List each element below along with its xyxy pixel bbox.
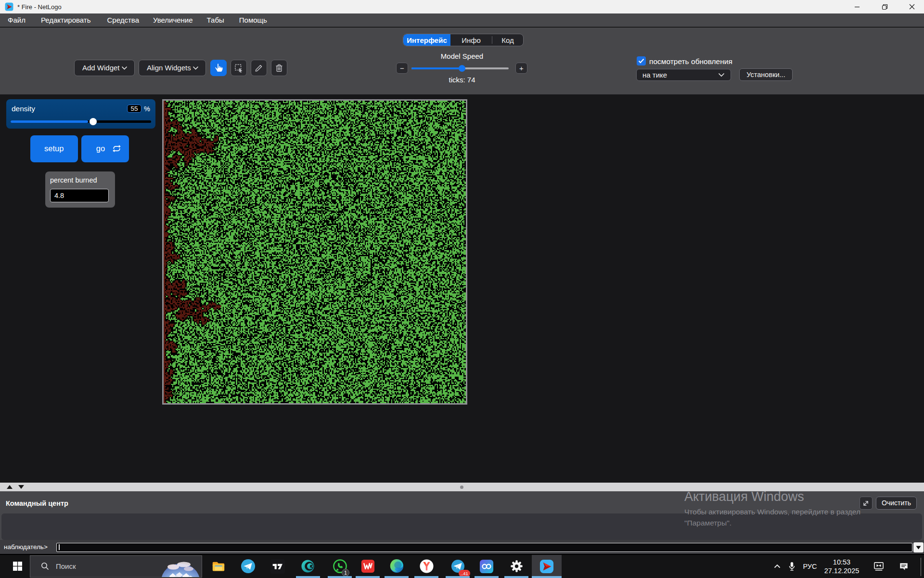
- align-widgets-dropdown[interactable]: Align Widgets: [139, 60, 206, 76]
- hand-pointer-icon: [214, 63, 223, 72]
- tray-language-indicator[interactable]: РУС: [800, 555, 820, 578]
- density-label: density: [12, 105, 35, 113]
- tray-microphone-button[interactable]: [784, 555, 799, 578]
- start-button[interactable]: [6, 555, 29, 578]
- dropdown-arrow-icon: [916, 546, 921, 550]
- notification-icon: [899, 562, 909, 571]
- search-icon: [41, 562, 49, 570]
- edit-tool-button[interactable]: [251, 60, 267, 76]
- command-input[interactable]: [56, 543, 912, 552]
- running-indicator: [328, 576, 352, 578]
- model-speed-label: Model Speed: [411, 52, 513, 60]
- taskbar-yandex-icon[interactable]: [415, 555, 438, 578]
- tray-cast-button[interactable]: [869, 555, 888, 578]
- taskbar-edge-icon[interactable]: [385, 555, 408, 578]
- taskbar-link-app-icon[interactable]: [475, 555, 498, 578]
- taskbar-telegram2-icon[interactable]: ..41: [446, 555, 469, 578]
- speed-slider-thumb[interactable]: [459, 65, 465, 72]
- density-slider-track[interactable]: [11, 120, 151, 123]
- netlogo-logo-icon: [5, 2, 13, 11]
- world-view[interactable]: [162, 99, 467, 405]
- taskbar-wps-icon[interactable]: [356, 555, 379, 578]
- windows-logo-icon: [13, 562, 22, 571]
- search-placeholder: Поиск: [56, 562, 159, 570]
- menu-help[interactable]: Помощь: [239, 13, 267, 27]
- go-button[interactable]: go: [81, 135, 129, 162]
- command-center-title: Командный центр: [6, 499, 68, 507]
- view-updates-label: посмотреть обновления: [649, 57, 732, 66]
- taskbar-tradingview-icon[interactable]: [266, 555, 289, 578]
- tray-hidden-icons-button[interactable]: [770, 555, 784, 578]
- command-center-popout-button[interactable]: [860, 497, 873, 510]
- command-center-splitter[interactable]: [0, 483, 924, 491]
- taskbar-settings-icon[interactable]: [505, 555, 528, 578]
- speed-slider-fill: [411, 67, 462, 69]
- wps-office-icon: [361, 559, 375, 573]
- show-desktop-button[interactable]: [921, 558, 921, 576]
- go-button-label: go: [96, 144, 105, 153]
- menu-zoom[interactable]: Увеличение: [153, 13, 193, 27]
- marquee-select-icon: [234, 63, 244, 73]
- tab-bar: Интерфейс Инфо Код: [403, 34, 524, 46]
- clear-button[interactable]: Очистить: [876, 497, 917, 510]
- taskbar-whatsapp-icon[interactable]: 1: [328, 555, 351, 578]
- density-slider-thumb[interactable]: [90, 118, 97, 125]
- tray-date: 27.12.2025: [824, 566, 860, 575]
- tab-interface[interactable]: Интерфейс: [403, 34, 450, 46]
- toolbar: Интерфейс Инфо Код Add Widget Align Widg…: [0, 27, 924, 94]
- collapse-down-icon[interactable]: [18, 485, 25, 489]
- close-button[interactable]: [901, 0, 923, 13]
- interact-tool-button[interactable]: [210, 60, 227, 76]
- search-highlight-weather-image[interactable]: [159, 556, 202, 578]
- speed-slider[interactable]: [411, 67, 509, 69]
- add-widget-label: Add Widget: [82, 64, 120, 72]
- command-output-area[interactable]: [1, 513, 922, 540]
- setup-button[interactable]: setup: [30, 135, 78, 162]
- monitor-value: 4.8: [50, 189, 109, 203]
- splitter-handle[interactable]: [460, 486, 463, 489]
- taskbar-explorer-icon[interactable]: [207, 555, 230, 578]
- collapse-up-icon[interactable]: [6, 485, 13, 489]
- add-widget-dropdown[interactable]: Add Widget: [74, 60, 135, 76]
- menu-edit[interactable]: Редактировать: [41, 13, 91, 27]
- speed-minus-button[interactable]: −: [396, 63, 408, 74]
- taskbar-netlogo-active-tile[interactable]: [532, 555, 562, 578]
- maximize-button[interactable]: [873, 0, 896, 13]
- chevron-down-icon: [192, 66, 199, 70]
- setup-button-label: setup: [44, 144, 64, 153]
- command-line-row: наблюдатель>: [0, 540, 924, 554]
- microphone-icon: [788, 562, 796, 571]
- settings-button[interactable]: Установки...: [739, 68, 793, 81]
- tray-clock[interactable]: 10:53 27.12.2025: [821, 555, 862, 578]
- running-indicator-active: [532, 576, 562, 578]
- chevron-up-icon: [774, 564, 781, 568]
- running-indicator: [414, 576, 438, 578]
- speed-plus-button[interactable]: +: [515, 63, 527, 74]
- select-tool-button[interactable]: [231, 60, 247, 76]
- update-mode-value: на тике: [642, 71, 667, 79]
- command-history-button[interactable]: [913, 542, 924, 552]
- taskbar-wave-app-icon[interactable]: [296, 555, 320, 578]
- tray-time: 10:53: [833, 558, 850, 566]
- update-mode-dropdown[interactable]: на тике: [636, 69, 731, 81]
- density-slider-fill: [11, 120, 88, 123]
- view-updates-checkbox[interactable]: [637, 56, 646, 66]
- minimize-button[interactable]: [846, 0, 868, 13]
- running-indicator: [296, 576, 320, 578]
- menu-tools[interactable]: Средства: [107, 13, 139, 27]
- taskbar-search[interactable]: Поиск: [30, 555, 202, 578]
- tab-info[interactable]: Инфо: [450, 34, 492, 46]
- tradingview-icon: [270, 559, 285, 574]
- chevron-down-icon: [121, 66, 128, 70]
- tab-code[interactable]: Код: [492, 34, 523, 46]
- running-indicator: [446, 576, 470, 578]
- taskbar-telegram-icon[interactable]: [236, 555, 259, 578]
- interface-area: density 55 % setup go percent burned 4.8: [0, 94, 924, 483]
- world-canvas[interactable]: [164, 101, 466, 403]
- menu-file[interactable]: Файл: [8, 13, 26, 27]
- delete-tool-button[interactable]: [271, 60, 287, 76]
- link-icon: [479, 559, 494, 574]
- density-slider-widget[interactable]: density 55 %: [6, 99, 155, 129]
- menu-tabs[interactable]: Табы: [207, 13, 224, 27]
- tray-notifications-button[interactable]: [894, 555, 913, 578]
